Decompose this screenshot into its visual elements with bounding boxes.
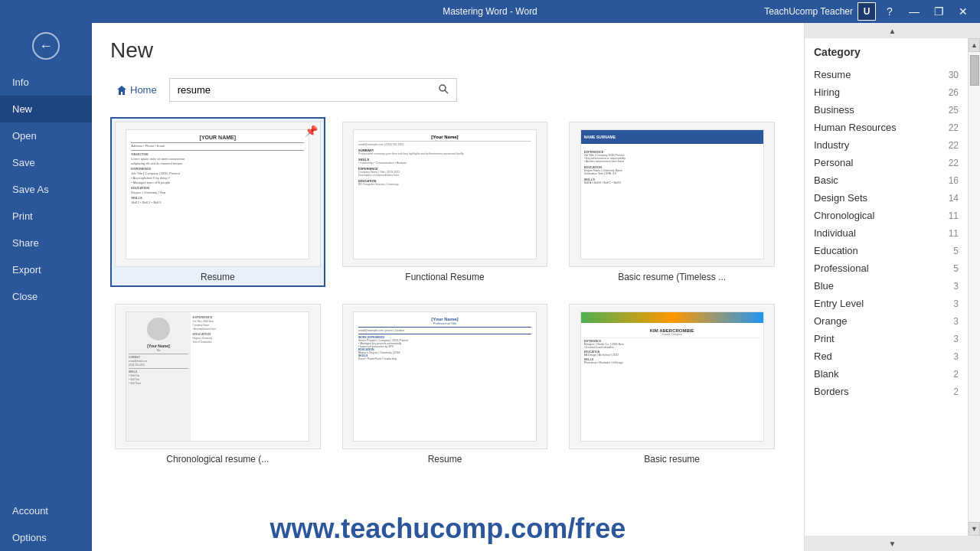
home-button[interactable]: Home xyxy=(110,81,163,99)
category-scrollbar: ▲ ▼ xyxy=(968,38,980,536)
template-thumb: [Your Name] Professional Title email@exa… xyxy=(342,304,548,449)
search-input-wrap xyxy=(169,78,457,102)
sidebar-item-print[interactable]: Print xyxy=(0,203,92,230)
back-button[interactable]: ← xyxy=(32,32,60,60)
category-item-blank[interactable]: Blank2 xyxy=(814,365,959,383)
search-bar: Home xyxy=(110,78,786,102)
sidebar: ← Info New Open Save Save As Print Share… xyxy=(0,23,92,551)
sidebar-item-info[interactable]: Info xyxy=(0,69,92,96)
category-item-human-resources[interactable]: Human Resources22 xyxy=(814,119,959,136)
template-label: Chronological resume (... xyxy=(115,454,321,465)
template-label: Resume xyxy=(115,272,321,282)
category-item-individual[interactable]: Individual11 xyxy=(814,224,959,242)
category-item-blue[interactable]: Blue3 xyxy=(814,277,959,295)
page-title: New xyxy=(110,38,786,63)
sidebar-item-close[interactable]: Close xyxy=(0,283,92,310)
content-area: New Home xyxy=(92,23,804,551)
template-thumb: KIM ABERCROMBIE Graphic Designer EXPERIE… xyxy=(569,304,775,449)
minimize-button[interactable]: — xyxy=(903,1,925,22)
template-thumb: [Your Name] email@example.com | (555) 55… xyxy=(342,122,548,267)
scrollbar-up-button[interactable]: ▲ xyxy=(969,38,980,52)
sidebar-item-share[interactable]: Share xyxy=(0,230,92,256)
sidebar-item-options[interactable]: Options xyxy=(0,524,92,551)
search-icon xyxy=(438,83,449,94)
help-button[interactable]: ? xyxy=(879,1,900,22)
search-button[interactable] xyxy=(430,79,456,101)
right-panel: ▲ Category Resume30 Hiring26 Business25 … xyxy=(804,23,980,551)
template-card[interactable]: [Your Name] Professional Title email@exa… xyxy=(338,299,553,469)
window-title: Mastering Word - Word xyxy=(443,6,537,17)
category-item-hiring[interactable]: Hiring26 xyxy=(814,83,959,101)
sidebar-item-save-as[interactable]: Save As xyxy=(0,176,92,203)
category-item-design-sets[interactable]: Design Sets14 xyxy=(814,189,959,207)
category-title: Category xyxy=(814,46,959,58)
sidebar-item-save[interactable]: Save xyxy=(0,149,92,176)
sidebar-item-new[interactable]: New xyxy=(0,96,92,122)
scrollbar-down-button[interactable]: ▼ xyxy=(969,522,980,536)
category-item-business[interactable]: Business25 xyxy=(814,101,959,119)
title-bar: Mastering Word - Word TeachUcomp Teacher… xyxy=(0,0,980,23)
category-item-professional[interactable]: Professional5 xyxy=(814,259,959,277)
scrollbar-track xyxy=(969,52,980,522)
templates-grid: [YOUR NAME] Address • Phone • Email OBJE… xyxy=(110,117,786,469)
sidebar-item-account[interactable]: Account xyxy=(0,497,92,524)
restore-button[interactable]: ❐ xyxy=(928,1,949,22)
category-panel: Category Resume30 Hiring26 Business25 Hu… xyxy=(805,38,968,536)
template-label: Functional Resume xyxy=(342,272,548,282)
template-thumb: [YOUR NAME] Address • Phone • Email OBJE… xyxy=(115,122,321,267)
sidebar-item-open[interactable]: Open xyxy=(0,122,92,149)
scroll-up-button[interactable]: ▲ xyxy=(805,23,980,38)
category-item-resume[interactable]: Resume30 xyxy=(814,66,959,83)
sidebar-nav: Info New Open Save Save As Print Share E… xyxy=(0,69,92,310)
template-label: Basic resume xyxy=(569,454,775,465)
category-item-entry-level[interactable]: Entry Level3 xyxy=(814,295,959,312)
search-input[interactable] xyxy=(170,80,430,100)
scrollbar-thumb[interactable] xyxy=(970,55,979,86)
category-item-chronological[interactable]: Chronological11 xyxy=(814,207,959,224)
close-button[interactable]: ✕ xyxy=(952,1,974,22)
template-label: Basic resume (Timeless ... xyxy=(569,272,775,282)
pin-button[interactable]: 📌 xyxy=(305,125,318,137)
category-item-red[interactable]: Red3 xyxy=(814,347,959,365)
user-name: TeachUcomp Teacher xyxy=(764,6,853,17)
back-area: ← xyxy=(0,23,92,69)
user-info: TeachUcomp Teacher U xyxy=(764,2,876,21)
template-card[interactable]: [YOUR NAME] Address • Phone • Email OBJE… xyxy=(110,117,325,287)
category-item-borders[interactable]: Borders2 xyxy=(814,383,959,400)
scroll-down-button[interactable]: ▼ xyxy=(805,536,980,551)
template-thumb: NAME SURNAME EXPERIENCE Job Title | Comp… xyxy=(569,122,775,267)
svg-line-1 xyxy=(445,90,448,93)
template-card[interactable]: [Your Name] email@example.com | (555) 55… xyxy=(338,117,553,287)
template-card[interactable]: KIM ABERCROMBIE Graphic Designer EXPERIE… xyxy=(564,299,779,469)
template-card[interactable]: NAME SURNAME EXPERIENCE Job Title | Comp… xyxy=(564,117,779,287)
category-item-industry[interactable]: Industry22 xyxy=(814,136,959,154)
template-thumb: [Your Name] Title CONTACT email@email.co… xyxy=(115,304,321,449)
category-item-education[interactable]: Education5 xyxy=(814,242,959,259)
home-icon xyxy=(116,85,127,96)
home-label: Home xyxy=(130,84,157,96)
svg-point-0 xyxy=(439,85,446,91)
category-item-print[interactable]: Print3 xyxy=(814,330,959,347)
user-avatar: U xyxy=(858,2,876,21)
category-item-personal[interactable]: Personal22 xyxy=(814,154,959,171)
category-item-orange[interactable]: Orange3 xyxy=(814,312,959,330)
template-label: Resume xyxy=(342,454,548,465)
category-item-basic[interactable]: Basic16 xyxy=(814,171,959,189)
template-card[interactable]: [Your Name] Title CONTACT email@email.co… xyxy=(110,299,325,469)
watermark: www.teachucomp.com/free xyxy=(92,507,804,551)
sidebar-item-export[interactable]: Export xyxy=(0,256,92,283)
